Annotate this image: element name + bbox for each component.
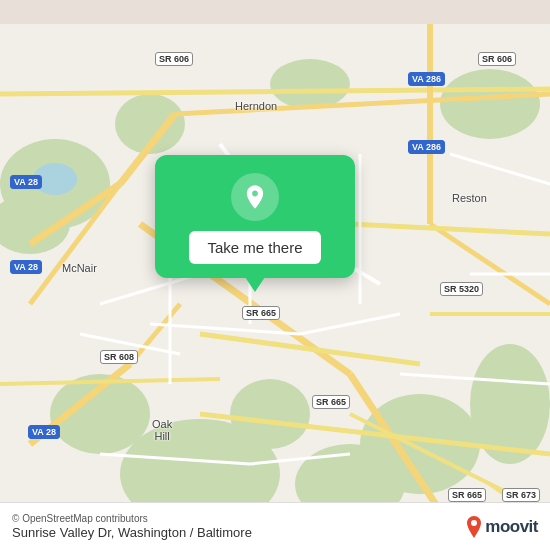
road-badge-sr665-bottom: SR 665	[312, 395, 350, 409]
svg-point-3	[440, 69, 540, 139]
road-badge-sr606-right: SR 606	[478, 52, 516, 66]
place-label-herndon: Herndon	[235, 100, 277, 112]
svg-point-46	[471, 520, 477, 526]
bottom-bar: © OpenStreetMap contributors Sunrise Val…	[0, 502, 550, 550]
map-container: VA 28 VA 28 VA 28 SR 606 SR 606 VA 286 V…	[0, 0, 550, 550]
road-badge-sr606-top: SR 606	[155, 52, 193, 66]
location-label: Sunrise Valley Dr, Washington / Baltimor…	[12, 525, 252, 540]
road-badge-sr5320: SR 5320	[440, 282, 483, 296]
road-badge-sr608: SR 608	[100, 350, 138, 364]
svg-point-9	[230, 379, 310, 449]
road-badge-va28-top-left: VA 28	[10, 175, 42, 189]
map-pin-svg	[241, 183, 269, 211]
pin-icon	[231, 173, 279, 221]
road-badge-va28-bottom: VA 28	[28, 425, 60, 439]
place-label-oak-hill: OakHill	[152, 418, 172, 442]
take-me-there-button[interactable]: Take me there	[189, 231, 320, 264]
svg-point-11	[270, 59, 350, 109]
moovit-logo: moovit	[465, 516, 538, 538]
moovit-brand-text: moovit	[485, 517, 538, 537]
moovit-pin-icon	[465, 516, 483, 538]
place-label-mcnair: McNair	[62, 262, 97, 274]
road-badge-va286-mid: VA 286	[408, 140, 445, 154]
location-popup: Take me there	[155, 155, 355, 278]
attribution-text: © OpenStreetMap contributors	[12, 513, 252, 524]
road-badge-sr673: SR 673	[502, 488, 540, 502]
road-badge-va286-top: VA 286	[408, 72, 445, 86]
road-badge-va28-mid-left: VA 28	[10, 260, 42, 274]
road-badge-sr665-bottom2: SR 665	[448, 488, 486, 502]
road-badge-sr665-mid: SR 665	[242, 306, 280, 320]
place-label-reston: Reston	[452, 192, 487, 204]
